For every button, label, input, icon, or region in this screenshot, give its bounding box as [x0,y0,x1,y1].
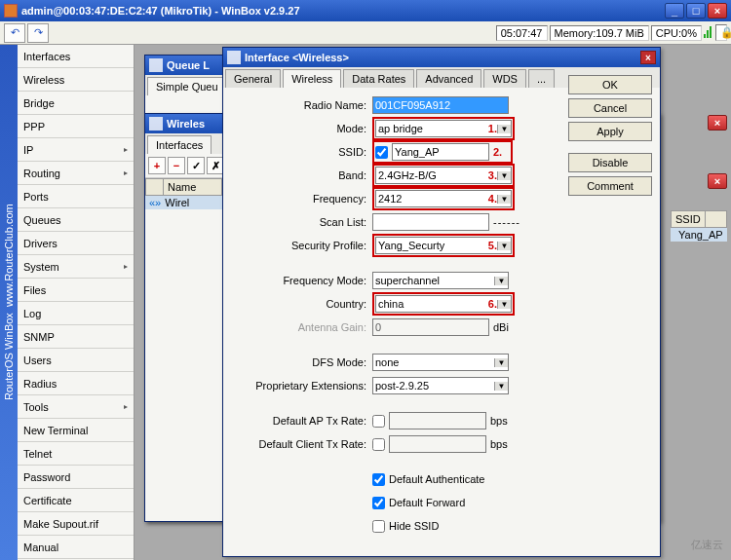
chevron-down-icon: ▼ [494,277,508,285]
label-antenna-gain: Antenna Gain: [231,321,372,333]
dash-icon: ------ [493,216,520,228]
antenna-gain-input [372,318,489,336]
queue-title-text: Queue L [167,59,210,71]
frequency-select[interactable]: 24124.▼ [375,190,512,207]
menu-item-drivers[interactable]: Drivers [18,232,134,255]
menu-item-radius[interactable]: Radius [18,372,134,395]
chevron-down-icon: ▼ [494,358,508,367]
band-select[interactable]: 2.4GHz-B/G3.▼ [375,167,512,184]
label-client-tx: Default Client Tx Rate: [231,438,372,450]
mode-select[interactable]: ap bridge1.▼ [375,120,512,137]
menu-item-ip[interactable]: IP▸ [18,138,134,162]
menu-item-files[interactable]: Files [18,279,134,302]
chevron-down-icon: ▼ [497,195,511,204]
scan-list-input[interactable] [372,213,489,231]
ap-tx-checkbox[interactable] [372,415,385,428]
label-radio-name: Radio Name: [231,99,372,111]
chevron-right-icon: ▸ [124,145,128,154]
menu-item-certificate[interactable]: Certificate [18,489,134,512]
country-select[interactable]: china6.▼ [375,295,512,313]
menu-item-routing[interactable]: Routing▸ [18,162,134,185]
main-menu: InterfacesWirelessBridgePPPIP▸Routing▸Po… [18,45,135,560]
minimize-button[interactable]: _ [665,3,684,19]
ssid-checkbox[interactable] [375,146,388,159]
chevron-down-icon: ▼ [497,242,511,250]
interface-close-button[interactable]: × [640,51,656,64]
menu-item-system[interactable]: System▸ [18,255,134,279]
bg-close-1[interactable]: × [706,115,727,131]
tab-wds[interactable]: WDS [483,69,526,88]
close-button[interactable]: × [708,3,727,19]
chevron-down-icon: ▼ [497,171,511,180]
menu-item-telnet[interactable]: Telnet [18,442,134,466]
remove-button[interactable]: − [168,157,185,174]
ssid-fragment: SSID Yang_AP [671,189,727,242]
window-icon [149,58,163,72]
default-auth-checkbox[interactable] [372,473,385,486]
label-mode: Mode: [231,123,372,134]
interface-titlebar[interactable]: Interface <Wireless> × [223,48,660,67]
menu-item-snmp[interactable]: SNMP [18,325,134,349]
security-select[interactable]: Yang_Securty5.▼ [375,237,512,254]
col-name[interactable]: Name [164,179,222,195]
menu-item-queues[interactable]: Queues [18,208,134,232]
menu-item-tools[interactable]: Tools▸ [18,395,134,419]
status-memory: Memory:109.7 MiB [550,25,649,41]
menu-item-new-terminal[interactable]: New Terminal [18,419,134,442]
main-titlebar: admin@00:03:47:DE:C2:47 (MikroTik) - Win… [0,0,731,21]
menu-item-make-supout-rif[interactable]: Make Supout.rif [18,512,134,536]
menu-item-password[interactable]: Password [18,466,134,489]
hide-ssid-checkbox[interactable] [372,520,385,533]
radio-name-input[interactable] [372,96,509,114]
bg-close-2[interactable]: × [706,173,727,189]
tab--[interactable]: ... [528,69,555,88]
menu-item-wireless[interactable]: Wireless [18,68,134,92]
tab-general[interactable]: General [225,69,281,88]
lock-icon: 🔒 [715,24,727,41]
client-tx-input[interactable] [389,435,486,453]
undo-button[interactable]: ↶ [4,23,25,43]
ap-tx-input[interactable] [389,412,486,429]
menu-item-bridge[interactable]: Bridge [18,92,134,115]
ssid-input[interactable] [392,143,489,161]
interface-title-text: Interface <Wireless> [245,52,349,63]
chevron-down-icon: ▼ [497,125,511,133]
label-ssid: SSID: [231,146,372,158]
redo-button[interactable]: ↷ [27,23,49,43]
wifi-icon: «» [149,197,161,208]
menu-item-manual[interactable]: Manual [18,536,134,559]
label-prop-ext: Proprietary Extensions: [231,380,372,392]
menu-item-ppp[interactable]: PPP [18,115,134,138]
menu-item-log[interactable]: Log [18,302,134,325]
enable-button[interactable]: ✓ [187,157,205,174]
label-freq-mode: Frequency Mode: [231,275,372,286]
default-forward-checkbox[interactable] [372,497,385,509]
window-icon [227,51,241,64]
freq-mode-select[interactable]: superchannel▼ [372,272,509,289]
menu-item-ports[interactable]: Ports [18,185,134,208]
label-security: Security Profile: [231,240,372,251]
label-frequency: Frequency: [231,193,372,205]
label-ap-tx: Default AP Tx Rate: [231,415,372,427]
maximize-button[interactable]: □ [686,3,706,19]
tab-advanced[interactable]: Advanced [416,69,481,88]
workspace: RouterOS WinBox www.RouterClub.com Inter… [0,45,731,560]
chevron-right-icon: ▸ [124,262,128,271]
col-ssid[interactable]: SSID [672,211,706,227]
tab-simple-queues[interactable]: Simple Queu [147,77,227,95]
window-title: admin@00:03:47:DE:C2:47 (MikroTik) - Win… [21,5,663,17]
tab-interfaces[interactable]: Interfaces [147,135,212,154]
tab-data-rates[interactable]: Data Rates [343,69,414,88]
prop-ext-select[interactable]: post-2.9.25▼ [372,377,509,394]
client-tx-checkbox[interactable] [372,438,385,451]
menu-item-interfaces[interactable]: Interfaces [18,45,134,68]
add-button[interactable]: + [148,157,166,174]
chevron-right-icon: ▸ [124,168,128,177]
dfs-select[interactable]: none▼ [372,354,509,371]
tab-wireless[interactable]: Wireless [283,69,341,88]
chevron-down-icon: ▼ [494,382,508,391]
window-icon [149,117,163,131]
menu-item-users[interactable]: Users [18,349,134,372]
interface-form: Radio Name: Mode: ap bridge1.▼ SSID: 2. … [223,88,660,543]
label-dfs: DFS Mode: [231,356,372,368]
